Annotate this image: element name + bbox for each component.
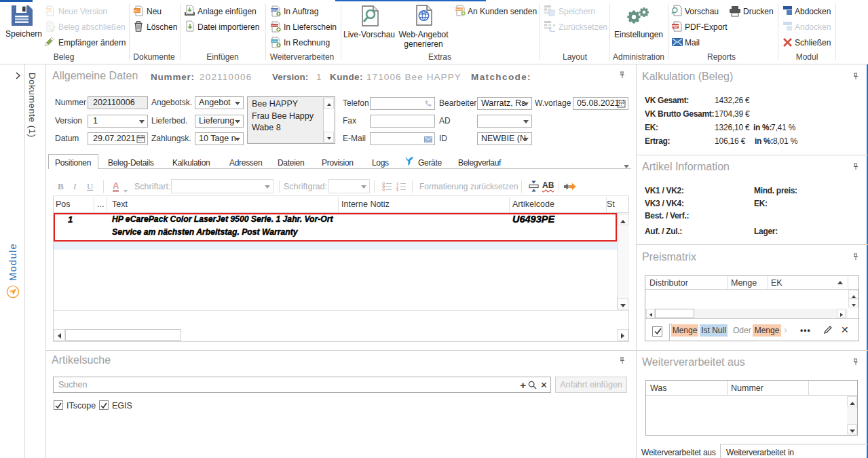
svg-text:Rechnung: Rechnung [270, 40, 280, 43]
svg-text:Auftrag: Auftrag [271, 9, 279, 12]
svg-text:Lieferschein: Lieferschein [270, 24, 280, 27]
svg-text:NEU: NEU [133, 9, 141, 13]
svg-text:3: 3 [396, 189, 398, 191]
svg-text:Angebot: Angebot [455, 8, 464, 11]
svg-text:NEU: NEU [45, 8, 52, 12]
svg-text:PDF: PDF [672, 25, 678, 28]
